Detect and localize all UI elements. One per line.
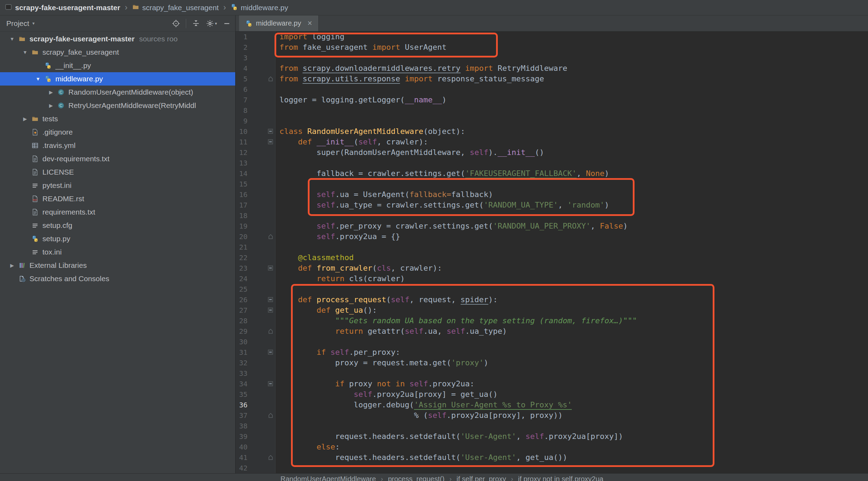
tree-item[interactable]: .gitignore <box>0 126 235 139</box>
tree-item[interactable]: ▶tests <box>0 112 235 126</box>
tree-item[interactable]: .travis.yml <box>0 139 235 152</box>
tree-item[interactable]: requirements.txt <box>0 205 235 219</box>
code-line[interactable]: from scrapy.downloadermiddlewares.retry … <box>279 63 868 74</box>
line-number[interactable]: 29 <box>236 327 247 336</box>
tree-item[interactable]: ▶External Libraries <box>0 259 235 272</box>
tab-middleware-py[interactable]: middleware.py × <box>239 15 319 31</box>
code-line[interactable]: self.ua_type = crawler.settings.get('RAN… <box>279 200 868 210</box>
line-number[interactable]: 26 <box>236 296 247 304</box>
code-line[interactable] <box>279 421 868 431</box>
code-line[interactable]: def __init__(self, crawler): <box>279 137 868 147</box>
line-number[interactable]: 35 <box>236 390 247 399</box>
fold-region-icon[interactable] <box>268 413 273 418</box>
code-line[interactable]: from fake_useragent import UserAgent <box>279 42 868 53</box>
breadcrumb-item[interactable]: middleware.py <box>231 4 288 12</box>
fold-collapse-icon[interactable] <box>268 265 273 271</box>
code-line[interactable]: % (self.proxy2ua[proxy], proxy)) <box>279 410 868 421</box>
tree-item[interactable]: ▶CRetryUserAgentMiddleware(RetryMiddl <box>0 99 235 112</box>
chevron-right-icon[interactable]: ▶ <box>45 89 57 95</box>
settings-icon[interactable]: ▾ <box>206 19 217 28</box>
code-line[interactable] <box>279 158 868 168</box>
tree-item[interactable]: Scratches and Consoles <box>0 272 235 285</box>
code-line[interactable]: logger.debug('Assign User-Agent %s to Pr… <box>279 400 868 410</box>
close-tab-icon[interactable]: × <box>307 19 312 28</box>
chevron-right-icon[interactable]: ▶ <box>6 263 19 268</box>
line-number[interactable]: 5 <box>236 75 247 83</box>
code-line[interactable]: from scrapy.utils.response import respon… <box>279 74 868 84</box>
fold-region-icon[interactable] <box>268 234 273 239</box>
tree-item[interactable]: LICENSE <box>0 165 235 179</box>
code-line[interactable]: self.proxy2ua[proxy] = get_ua() <box>279 389 868 400</box>
fold-collapse-icon[interactable] <box>268 129 273 134</box>
line-number[interactable]: 9 <box>236 117 247 125</box>
line-number[interactable]: 23 <box>236 264 247 272</box>
code-line[interactable] <box>279 463 868 473</box>
fold-collapse-icon[interactable] <box>268 307 273 313</box>
chevron-down-icon[interactable]: ▼ <box>19 49 32 55</box>
code-line[interactable] <box>279 53 868 63</box>
project-panel-selector[interactable]: Project ▾ <box>6 19 35 28</box>
code-line[interactable]: if proxy not in self.proxy2ua: <box>279 379 868 389</box>
chevron-down-icon[interactable]: ▼ <box>32 76 45 82</box>
tree-item[interactable]: __init__.py <box>0 59 235 72</box>
code-line[interactable]: request.headers.setdefault('User-Agent',… <box>279 431 868 442</box>
breadcrumb-item[interactable]: scrapy_fake_useragent <box>132 4 219 12</box>
tree-item[interactable]: ▶CRandomUserAgentMiddleware(object) <box>0 86 235 99</box>
fold-region-icon[interactable] <box>268 328 273 334</box>
tree-item[interactable]: RSTREADME.rst <box>0 192 235 205</box>
tree-item[interactable]: ▼scrapy_fake_useragent <box>0 46 235 59</box>
line-number[interactable]: 19 <box>236 222 247 230</box>
line-number[interactable]: 15 <box>236 180 247 188</box>
line-number[interactable]: 8 <box>236 106 247 115</box>
line-number[interactable]: 14 <box>236 169 247 178</box>
line-number[interactable]: 3 <box>236 54 247 62</box>
fold-collapse-icon[interactable] <box>268 297 273 303</box>
code-line[interactable]: def from_crawler(cls, crawler): <box>279 263 868 273</box>
line-number[interactable]: 42 <box>236 464 247 472</box>
breadcrumb-item[interactable]: process_request() <box>388 475 445 481</box>
tree-item[interactable]: pytest.ini <box>0 179 235 192</box>
code-line[interactable] <box>279 84 868 95</box>
line-number[interactable]: 12 <box>236 148 247 157</box>
code-line[interactable]: def process_request(self, request, spide… <box>279 294 868 305</box>
line-number[interactable]: 33 <box>236 369 247 378</box>
breadcrumb-item[interactable]: RandomUserAgentMiddleware <box>280 475 376 481</box>
fold-region-icon[interactable] <box>268 455 273 460</box>
line-number[interactable]: 1 <box>236 33 247 41</box>
chevron-right-icon[interactable]: ▶ <box>45 103 57 108</box>
code-line[interactable]: self.proxy2ua = {} <box>279 231 868 242</box>
code-line[interactable] <box>279 116 868 126</box>
code-line[interactable] <box>279 210 868 221</box>
line-number[interactable]: 40 <box>236 443 247 451</box>
line-number[interactable]: 37 <box>236 411 247 420</box>
code-line[interactable]: fallback = crawler.settings.get('FAKEUSE… <box>279 168 868 179</box>
line-number[interactable]: 6 <box>236 85 247 94</box>
breadcrumb-item[interactable]: if self.per_proxy <box>456 475 506 481</box>
line-number[interactable]: 34 <box>236 380 247 388</box>
tree-item[interactable]: tox.ini <box>0 245 235 259</box>
code-line[interactable]: return cls(crawler) <box>279 273 868 284</box>
fold-collapse-icon[interactable] <box>268 350 273 355</box>
line-number[interactable]: 28 <box>236 317 247 325</box>
chevron-down-icon[interactable]: ▼ <box>6 36 19 42</box>
code-pane[interactable]: import loggingfrom fake_useragent import… <box>276 32 868 473</box>
line-number[interactable]: 13 <box>236 159 247 167</box>
line-number[interactable]: 30 <box>236 338 247 346</box>
code-editor[interactable]: 1234567891011121314151617181920212223242… <box>236 32 868 473</box>
line-number[interactable]: 7 <box>236 96 247 104</box>
code-line[interactable]: def get_ua(): <box>279 305 868 316</box>
line-number[interactable]: 21 <box>236 243 247 251</box>
tree-item[interactable]: ▼middleware.py <box>0 72 235 86</box>
chevron-right-icon[interactable]: ▶ <box>19 116 32 122</box>
tree-item[interactable]: setup.py <box>0 232 235 245</box>
code-line[interactable]: super(RandomUserAgentMiddleware, self)._… <box>279 147 868 158</box>
breadcrumb-item[interactable]: scrapy-fake-useragent-master <box>5 4 120 12</box>
code-line[interactable] <box>279 284 868 294</box>
line-number[interactable]: 10 <box>236 127 247 136</box>
code-line[interactable]: request.headers.setdefault('User-Agent',… <box>279 452 868 463</box>
fold-collapse-icon[interactable] <box>268 139 273 145</box>
line-number[interactable]: 2 <box>236 43 247 52</box>
fold-collapse-icon[interactable] <box>268 381 273 387</box>
line-number[interactable]: 39 <box>236 432 247 441</box>
line-number[interactable]: 22 <box>236 253 247 262</box>
